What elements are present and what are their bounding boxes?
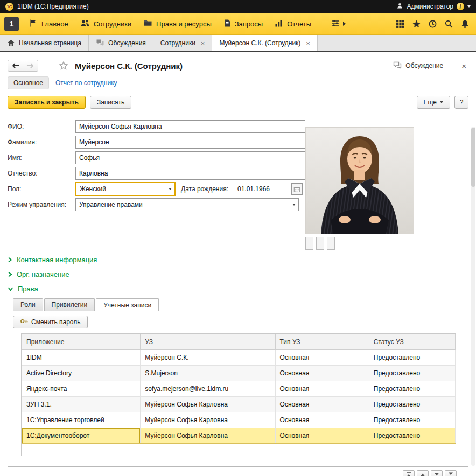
favorites-star-icon[interactable]	[412, 19, 421, 29]
cell-account-type[interactable]: Основная	[275, 428, 369, 444]
scroll-to-bottom-button[interactable]	[445, 470, 457, 476]
calendar-button[interactable]	[292, 183, 303, 195]
close-form-icon[interactable]: ×	[461, 61, 468, 71]
menu-item-reports[interactable]: Отчеты	[269, 13, 317, 34]
info-icon[interactable]: i	[457, 3, 464, 10]
more-button[interactable]: Еще	[417, 96, 450, 109]
cell-account-status[interactable]: Предоставлено	[369, 428, 455, 444]
cell-account-status[interactable]: Предоставлено	[369, 366, 455, 381]
help-button[interactable]: ?	[454, 96, 468, 109]
back-button[interactable]	[8, 60, 23, 72]
employee-photo[interactable]	[305, 127, 414, 234]
menu-item-rights-resources[interactable]: Права и ресурсы	[137, 13, 218, 34]
menubar-quick-icons	[396, 19, 472, 29]
section-rights[interactable]: Права	[8, 282, 468, 296]
cell-application[interactable]: 1С:Документооборот	[22, 428, 141, 444]
cell-account-type[interactable]: Основная	[275, 412, 369, 428]
cell-account-type[interactable]: Основная	[275, 350, 369, 366]
cell-account[interactable]: Муйерсон Софья Карловна	[141, 428, 275, 444]
tab-roles[interactable]: Роли	[13, 298, 43, 311]
history-icon[interactable]	[428, 19, 437, 29]
table-row[interactable]: Active Directory S.Mujerson Основная Пре…	[22, 366, 456, 381]
cell-application[interactable]: Яндекс-почта	[22, 381, 141, 397]
view-tab-main[interactable]: Основное	[8, 76, 49, 89]
gender-select[interactable]: Женский	[75, 182, 176, 196]
cell-account-status[interactable]: Предоставлено	[369, 397, 455, 412]
sliders-icon[interactable]	[331, 19, 340, 29]
photo-control-button[interactable]	[305, 237, 313, 250]
table-row[interactable]: Яндекс-почта sofya.mejerson@live.1idm.ru…	[22, 381, 456, 397]
change-password-button[interactable]: Сменить пароль	[13, 316, 88, 328]
forward-button[interactable]	[23, 60, 38, 72]
column-header[interactable]: Статус УЗ	[369, 334, 455, 350]
menu-item-main[interactable]: Главное	[23, 13, 74, 34]
cell-application[interactable]: 1IDM	[22, 350, 141, 366]
table-scroll-buttons	[0, 467, 476, 476]
middlename-input[interactable]: Карловна	[75, 167, 305, 180]
birthdate-input[interactable]: 01.01.1966	[234, 183, 292, 195]
save-button[interactable]: Записать	[90, 96, 131, 109]
cell-application[interactable]: Active Directory	[22, 366, 141, 381]
scroll-to-top-button[interactable]	[403, 470, 415, 476]
table-row[interactable]: 1IDM Муйерсон С.К. Основная Предоставлен…	[22, 350, 456, 366]
fio-input[interactable]: Муйерсон Софья Карловна	[75, 120, 305, 133]
change-password-label: Сменить пароль	[31, 318, 81, 326]
chevron-down-icon[interactable]	[467, 5, 471, 8]
cell-account[interactable]: Муйерсон Софья Карловна	[141, 397, 275, 412]
tab-privileges[interactable]: Привилегии	[44, 298, 95, 311]
all-functions-grid-icon[interactable]	[396, 19, 405, 29]
cell-account[interactable]: S.Mujerson	[141, 366, 275, 381]
tab-discussions[interactable]: Обсуждения	[89, 35, 153, 51]
view-link-employee-report[interactable]: Отчет по сотруднику	[55, 79, 117, 87]
cell-account-status[interactable]: Предоставлено	[369, 381, 455, 397]
current-user-label[interactable]: Администратор	[407, 3, 453, 10]
scroll-up-button[interactable]	[417, 470, 429, 476]
discussion-button[interactable]: Обсуждение	[393, 61, 443, 71]
column-header[interactable]: Приложение	[22, 334, 141, 350]
cell-account-status[interactable]: Предоставлено	[369, 412, 455, 428]
photo-control-button[interactable]	[327, 237, 335, 250]
column-header[interactable]: УЗ	[141, 334, 275, 350]
tab-employees-list[interactable]: Сотрудники ×	[153, 35, 213, 51]
tab-employee-card[interactable]: Муйерсон С.К. (Сотрудник) ×	[212, 35, 318, 51]
cell-application[interactable]: 1С:Управление торговлей	[22, 412, 141, 428]
employee-form: Муйерсон С.К. (Сотрудник) Обсуждение × О…	[0, 52, 476, 476]
close-tab-icon[interactable]: ×	[306, 39, 310, 47]
cell-account-status[interactable]: Предоставлено	[369, 350, 455, 366]
scroll-down-button[interactable]	[431, 470, 443, 476]
discussion-icon	[393, 61, 402, 71]
favorite-star-icon[interactable]	[59, 61, 68, 71]
cell-account[interactable]: Муйерсон С.К.	[141, 350, 275, 366]
menu-item-employees[interactable]: Сотрудники	[74, 13, 137, 34]
form-header: Муйерсон С.К. (Сотрудник) Обсуждение ×	[0, 52, 476, 72]
menu-item-requests[interactable]: Запросы	[218, 13, 269, 34]
table-row[interactable]: ЗУП 3.1. Муйерсон Софья Карловна Основна…	[22, 397, 456, 412]
cell-account[interactable]: Муйерсон Софья Карловна	[141, 412, 275, 428]
column-header[interactable]: Тип УЗ	[275, 334, 369, 350]
tab-home[interactable]: Начальная страница	[0, 35, 89, 51]
lastname-input[interactable]: Муйерсон	[75, 136, 305, 149]
firstname-input[interactable]: Софья	[75, 151, 305, 164]
history-nav-buttons	[8, 60, 38, 72]
overflow-arrow-icon[interactable]	[343, 22, 346, 26]
cell-application[interactable]: ЗУП 3.1.	[22, 397, 141, 412]
notifications-bell-icon[interactable]	[460, 19, 470, 29]
close-tab-icon[interactable]: ×	[201, 39, 205, 47]
photo-control-button[interactable]	[316, 237, 324, 250]
cell-account-type[interactable]: Основная	[275, 397, 369, 412]
cell-account-type[interactable]: Основная	[275, 381, 369, 397]
save-and-close-button[interactable]: Записать и закрыть	[8, 96, 86, 109]
chart-icon	[275, 19, 283, 29]
search-icon[interactable]	[444, 19, 453, 29]
main-menu-button[interactable]: 1	[4, 17, 19, 31]
cell-account-type[interactable]: Основная	[275, 366, 369, 381]
section-org-assignment[interactable]: Орг. назначение	[8, 267, 468, 282]
section-contact-info[interactable]: Контактная информация	[8, 253, 468, 267]
page-scrollbar[interactable]	[471, 127, 475, 466]
table-row[interactable]: 1С:Управление торговлей Муйерсон Софья К…	[22, 412, 456, 428]
table-row-selected[interactable]: 1С:Документооборот Муйерсон Софья Карлов…	[22, 428, 456, 444]
mgmt-mode-select[interactable]: Управление правами	[75, 198, 299, 211]
scrollbar-thumb[interactable]	[471, 128, 475, 187]
cell-account[interactable]: sofya.mejerson@live.1idm.ru	[141, 381, 275, 397]
tab-accounts[interactable]: Учетные записи	[96, 298, 159, 311]
